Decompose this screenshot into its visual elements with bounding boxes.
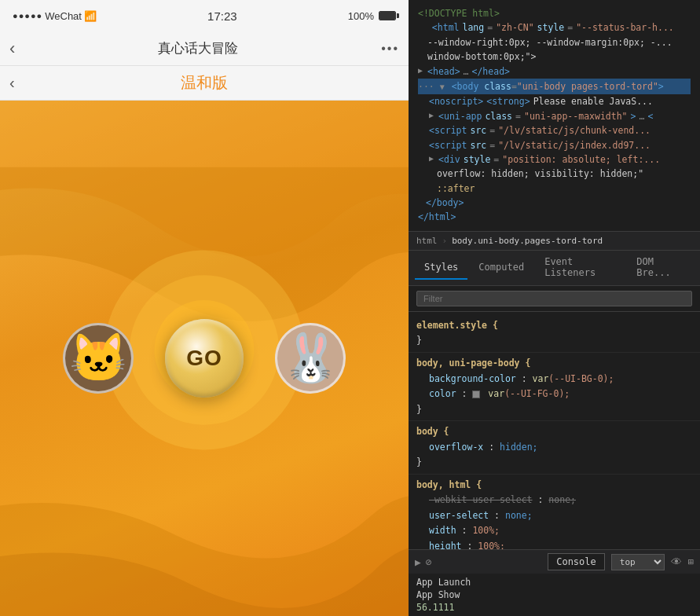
code-line: <script src="/lv/static/js/index.dd97... bbox=[418, 138, 691, 152]
code-line-head[interactable]: ▶ <head> … </head> bbox=[418, 64, 691, 79]
code-line-after: ::after bbox=[418, 182, 691, 196]
console-context-selector[interactable]: top bbox=[611, 554, 665, 570]
console-toolbar: ▶ ⊘ bbox=[415, 556, 541, 568]
devtools-panel: <!DOCTYPE html> <html lang="zh-CN" style… bbox=[409, 0, 700, 616]
css-rule-element-style: element.style { } bbox=[409, 315, 700, 353]
tab-styles[interactable]: Styles bbox=[415, 256, 467, 280]
code-line-html-close: </html> bbox=[418, 210, 691, 224]
color-swatch bbox=[472, 390, 480, 398]
log-entry-app-show: App Show bbox=[416, 589, 692, 600]
tab-dom-breakpoints[interactable]: DOM Bre... bbox=[627, 251, 694, 285]
avatar-left: 🐱 bbox=[63, 323, 134, 394]
console-label[interactable]: Console bbox=[548, 553, 605, 570]
app-navbar: ‹ 温和版 bbox=[0, 66, 409, 101]
devtools-tabs: Styles Computed Event Listeners DOM Bre.… bbox=[409, 251, 700, 286]
code-line[interactable]: ▶ <uni-app class="uni-app--maxwidth">…< bbox=[418, 109, 691, 123]
avatar-right: 🐰 bbox=[275, 323, 346, 394]
code-line: --window-right:0px; --window-margin:0px;… bbox=[418, 35, 691, 50]
carrier-label: WeChat bbox=[45, 10, 82, 22]
wechat-nav-title: 真心话大冒险 bbox=[158, 39, 238, 57]
console-eye-icon[interactable]: 👁 bbox=[671, 556, 682, 568]
console-run-icon[interactable]: ▶ bbox=[415, 556, 421, 568]
code-line-body-selected[interactable]: ··· ▼ <body class="uni-body pages-tord-t… bbox=[418, 79, 691, 94]
go-button[interactable]: GO bbox=[165, 319, 244, 398]
wechat-navbar: ‹ 真心话大冒险 ••• bbox=[0, 31, 409, 66]
battery-percent: 100% bbox=[348, 10, 374, 22]
game-area: 🐱 GO 🐰 bbox=[0, 101, 409, 616]
breadcrumb-html[interactable]: html bbox=[416, 236, 438, 246]
avatar-left-icon: 🐱 bbox=[69, 335, 128, 382]
css-rule-body: body { overflow-x : hidden; } bbox=[409, 421, 700, 475]
log-text: App Show bbox=[416, 589, 460, 600]
breadcrumb: html › body.uni-body.pages-tord-tord bbox=[409, 231, 700, 251]
log-text: App Launch bbox=[416, 577, 471, 588]
console-filter-icon[interactable]: ⊞ bbox=[688, 556, 694, 567]
avatar-right-icon: 🐰 bbox=[281, 335, 340, 382]
status-bar: ●●●●● WeChat 📶 17:23 100% bbox=[0, 0, 409, 31]
mobile-simulator: ●●●●● WeChat 📶 17:23 100% ‹ 真心话大冒险 ••• ‹… bbox=[0, 0, 409, 616]
code-line: <script src="/lv/static/js/chunk-vend... bbox=[418, 123, 691, 138]
log-number: 56.1111 bbox=[416, 602, 454, 613]
console-log: App Launch App Show 56.1111 bbox=[409, 574, 700, 616]
wechat-more-button[interactable]: ••• bbox=[381, 42, 399, 56]
css-rule-body-uni: body, uni-page-body { background-color :… bbox=[409, 353, 700, 421]
tab-computed[interactable]: Computed bbox=[469, 256, 533, 280]
wechat-back-button[interactable]: ‹ bbox=[9, 38, 15, 59]
code-line: <html lang="zh-CN" style="--status-bar-h… bbox=[418, 20, 691, 35]
signal-area: ●●●●● WeChat 📶 bbox=[13, 10, 97, 22]
code-line: overflow: hidden; visibility: hidden;" bbox=[418, 167, 691, 181]
code-line: <!DOCTYPE html> bbox=[418, 6, 691, 20]
battery-icon bbox=[379, 11, 396, 20]
wifi-icon: 📶 bbox=[84, 10, 97, 22]
code-line-body-close: </body> bbox=[418, 196, 691, 210]
code-line: <noscript><strong>Please enable JavaS... bbox=[418, 94, 691, 108]
filter-input[interactable] bbox=[416, 291, 692, 306]
code-line[interactable]: ▶ <div style="position: absolute; left:.… bbox=[418, 152, 691, 167]
log-entry-app-launch: App Launch bbox=[416, 577, 692, 588]
log-entry-number: 56.1111 bbox=[416, 602, 692, 613]
game-center: 🐱 GO 🐰 bbox=[63, 319, 346, 398]
code-line: window-bottom:0px;"> bbox=[418, 50, 691, 64]
status-time: 17:23 bbox=[207, 9, 237, 23]
signal-dots: ●●●●● bbox=[13, 11, 42, 20]
code-view: <!DOCTYPE html> <html lang="zh-CN" style… bbox=[409, 0, 700, 231]
app-back-button[interactable]: ‹ bbox=[9, 74, 15, 92]
console-bar: ▶ ⊘ Console top 👁 ⊞ bbox=[409, 549, 700, 574]
battery-area: 100% bbox=[348, 10, 396, 22]
breadcrumb-body[interactable]: body.uni-body.pages-tord-tord bbox=[452, 236, 603, 246]
breadcrumb-sep: › bbox=[442, 236, 448, 246]
tab-event-listeners[interactable]: Event Listeners bbox=[535, 251, 625, 285]
css-rule-body-html: body, html { -webkit-user-select : none;… bbox=[409, 475, 700, 549]
app-nav-title: 温和版 bbox=[181, 72, 228, 94]
css-rules-panel: element.style { } body, uni-page-body { … bbox=[409, 312, 700, 549]
filter-bar bbox=[409, 286, 700, 312]
console-block-icon[interactable]: ⊘ bbox=[426, 556, 432, 568]
